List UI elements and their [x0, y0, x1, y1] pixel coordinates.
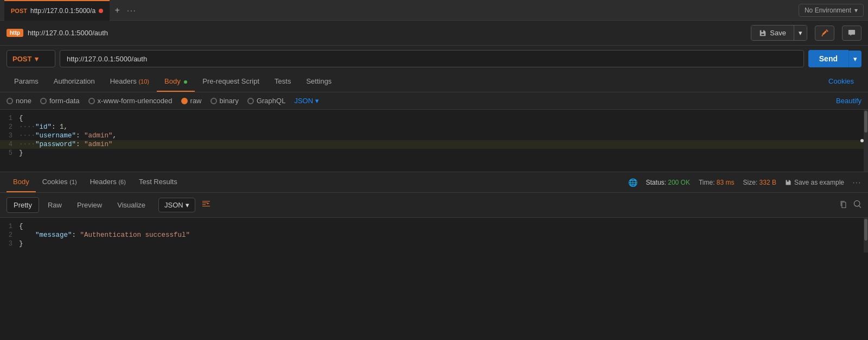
cookies-count: (1) — [69, 179, 76, 185]
wrap-lines-button[interactable] — [202, 200, 210, 211]
url-input[interactable] — [60, 50, 804, 67]
edit-icon-button[interactable] — [815, 26, 834, 41]
environment-selector[interactable]: No Environment ▾ — [799, 4, 864, 17]
response-more-button[interactable]: ··· — [853, 179, 861, 186]
radio-none — [7, 98, 13, 104]
radio-urlencoded — [88, 98, 95, 104]
url-display: http://127.0.0.1:5000/auth — [28, 29, 746, 37]
response-tab-headers[interactable]: Headers (6) — [84, 172, 132, 192]
tab-body[interactable]: Body — [157, 72, 195, 92]
response-format-bar: Pretty Raw Preview Visualize JSON ▾ — [0, 193, 868, 218]
code-line-5: 5 } — [0, 149, 868, 158]
response-line-3: 3 } — [0, 240, 868, 248]
code-line-2: 2 ····"id": 1, — [0, 123, 868, 131]
body-type-binary[interactable]: binary — [210, 97, 239, 105]
response-line-2: 2 ····"message": "Authentication success… — [0, 231, 868, 240]
comment-icon-button[interactable] — [842, 26, 861, 41]
response-json-select[interactable]: JSON ▾ — [158, 198, 195, 212]
beautify-button[interactable]: Beautify — [836, 97, 861, 105]
tab-url: http://127.0.0.1:5000/a — [30, 7, 95, 15]
tab-settings[interactable]: Settings — [298, 72, 339, 92]
url-bar-section: http http://127.0.0.1:5000/auth Save ▾ — [0, 21, 868, 46]
body-type-raw[interactable]: raw — [181, 97, 202, 105]
response-tabs-nav: Body Cookies (1) Headers (6) Test Result… — [0, 172, 868, 193]
scrollbar-thumb — [864, 111, 867, 133]
time-value: 83 ms — [717, 179, 735, 186]
code-line-1: 1 { — [0, 114, 868, 123]
send-button-group: Send ▾ — [808, 50, 861, 67]
environment-label: No Environment — [805, 7, 851, 14]
tab-params[interactable]: Params — [7, 72, 46, 92]
send-dropdown-button[interactable]: ▾ — [848, 51, 861, 67]
environment-dropdown-arrow: ▾ — [854, 7, 858, 14]
radio-binary — [210, 98, 217, 104]
request-code-editor: 1 { 2 ····"id": 1, 3 ····"username": "ad… — [0, 110, 868, 172]
request-tabs-nav: Params Authorization Headers (10) Body P… — [0, 72, 868, 92]
headers-count: (6) — [118, 179, 125, 185]
response-scrollbar[interactable] — [864, 218, 868, 253]
response-status-bar: 🌐 Status: 200 OK Time: 83 ms Size: 332 B… — [628, 178, 861, 187]
response-line-1: 1 { — [0, 222, 868, 231]
response-tab-test-results[interactable]: Test Results — [132, 172, 184, 192]
save-dropdown-button[interactable]: ▾ — [794, 26, 807, 40]
method-url-row: POST ▾ Send ▾ — [7, 46, 861, 72]
send-button[interactable]: Send — [808, 50, 848, 67]
tab-method-badge: POST — [11, 8, 27, 14]
globe-icon: 🌐 — [628, 178, 637, 187]
method-select[interactable]: POST ▾ — [7, 50, 55, 67]
body-type-graphql[interactable]: GraphQL — [247, 97, 285, 105]
format-visualize[interactable]: Visualize — [111, 198, 152, 212]
tab-bar: POST http://127.0.0.1:5000/a + ··· No En… — [0, 0, 868, 21]
tab-authorization[interactable]: Authorization — [46, 72, 103, 92]
tab-cookies[interactable]: Cookies — [821, 72, 861, 92]
code-line-3: 3 ····"username": "admin", — [0, 131, 868, 140]
tab-pre-request[interactable]: Pre-request Script — [195, 72, 267, 92]
body-type-bar: none form-data x-www-form-urlencoded raw… — [0, 92, 868, 110]
tab-tests[interactable]: Tests — [267, 72, 298, 92]
request-builder: POST ▾ Send ▾ — [0, 46, 868, 72]
status-code: 200 OK — [668, 179, 690, 186]
response-scrollbar-thumb — [864, 219, 867, 241]
headers-count-badge: (10) — [138, 78, 149, 85]
status-label: Status: 200 OK — [646, 179, 690, 186]
response-code-editor: 1 { 2 ····"message": "Authentication suc… — [0, 218, 868, 253]
tab-dot — [99, 9, 103, 13]
response-tab-cookies[interactable]: Cookies (1) — [36, 172, 84, 192]
format-raw[interactable]: Raw — [41, 198, 68, 212]
body-type-urlencoded[interactable]: x-www-form-urlencoded — [88, 97, 173, 105]
active-tab[interactable]: POST http://127.0.0.1:5000/a — [4, 0, 110, 21]
copy-response-button[interactable] — [840, 200, 847, 210]
radio-raw — [181, 98, 188, 104]
editor-scrollbar[interactable] — [864, 110, 868, 172]
body-type-form-data[interactable]: form-data — [40, 97, 80, 105]
code-line-4: 4 ····"password": "admin" — [0, 140, 868, 149]
body-type-none[interactable]: none — [7, 97, 31, 105]
json-type-select[interactable]: JSON ▾ — [294, 97, 319, 105]
add-tab-button[interactable]: + — [110, 3, 125, 18]
time-label: Time: 83 ms — [699, 179, 735, 186]
tab-headers[interactable]: Headers (10) — [103, 72, 157, 92]
search-response-button[interactable] — [854, 200, 861, 210]
format-preview[interactable]: Preview — [71, 198, 108, 212]
save-as-example-button[interactable]: Save as example — [785, 179, 844, 186]
response-section: Body Cookies (1) Headers (6) Test Result… — [0, 172, 868, 253]
save-button[interactable]: Save — [751, 26, 794, 40]
response-tab-body[interactable]: Body — [7, 172, 36, 192]
save-button-group: Save ▾ — [751, 25, 807, 41]
body-dot — [184, 80, 187, 84]
size-value: 332 B — [760, 179, 776, 186]
radio-form-data — [40, 98, 47, 104]
tab-more-button[interactable]: ··· — [127, 6, 137, 15]
radio-graphql — [247, 98, 254, 104]
format-pretty[interactable]: Pretty — [7, 197, 39, 213]
url-method-badge: http — [7, 29, 23, 37]
size-label: Size: 332 B — [743, 179, 776, 186]
